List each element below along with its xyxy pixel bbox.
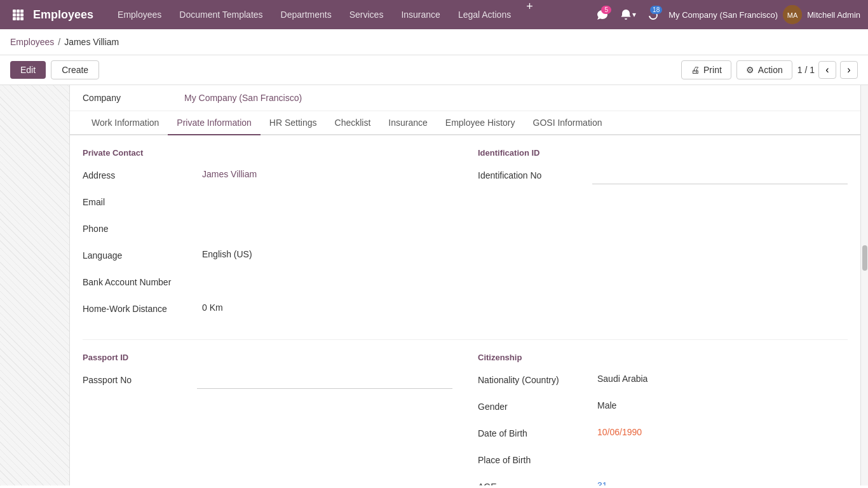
svg-rect-4 xyxy=(17,13,20,17)
svg-rect-6 xyxy=(13,17,16,20)
next-page-button[interactable]: › xyxy=(840,61,858,79)
chat-badge: 5 xyxy=(601,6,611,14)
email-label: Email xyxy=(83,193,197,207)
two-col-layout-2: Passport ID Passport No Citizenship Nati… xyxy=(83,353,848,485)
bell-icon-btn[interactable]: ▾ xyxy=(618,4,638,25)
pagination-text: 1 / 1 xyxy=(797,65,815,75)
gender-value[interactable]: Male xyxy=(592,398,848,416)
identification-no-label: Identification No xyxy=(478,166,592,180)
tab-work-information[interactable]: Work Information xyxy=(83,111,168,135)
field-passport-no: Passport No xyxy=(83,371,452,391)
edit-button[interactable]: Edit xyxy=(10,61,46,79)
breadcrumb-parent[interactable]: Employees xyxy=(10,37,54,47)
bank-account-value[interactable] xyxy=(197,273,452,291)
identification-no-value[interactable] xyxy=(592,166,848,184)
address-label: Address xyxy=(83,166,197,180)
print-label: Print xyxy=(703,65,722,75)
place-of-birth-value[interactable] xyxy=(592,451,848,469)
field-language: Language English (US) xyxy=(83,247,452,267)
bell-chevron: ▾ xyxy=(632,10,636,19)
nav-links: Employees Document Templates Departments… xyxy=(109,0,592,29)
user-name[interactable]: Mitchell Admin xyxy=(807,10,860,20)
print-button[interactable]: 🖨 Print xyxy=(681,60,731,79)
main-content: Company My Company (San Francisco) Work … xyxy=(0,85,868,485)
company-selector[interactable]: My Company (San Francisco) xyxy=(668,10,778,20)
field-home-work-distance: Home-Work Distance 0 Km xyxy=(83,300,452,320)
identification-title: Identification ID xyxy=(478,148,848,158)
field-phone: Phone xyxy=(83,220,452,240)
field-email: Email xyxy=(83,193,452,214)
private-contact-section: Private Contact Address James Villiam Em… xyxy=(83,148,452,327)
phone-value[interactable] xyxy=(197,220,452,238)
company-row: Company My Company (San Francisco) xyxy=(70,85,860,111)
home-work-value[interactable]: 0 Km xyxy=(197,300,452,318)
age-label: AGE xyxy=(478,478,592,485)
svg-rect-2 xyxy=(20,10,24,13)
nav-employees[interactable]: Employees xyxy=(109,0,170,29)
tab-hr-settings[interactable]: HR Settings xyxy=(261,111,326,135)
company-field-value[interactable]: My Company (San Francisco) xyxy=(184,93,302,103)
phone-label: Phone xyxy=(83,220,197,234)
tab-gosi-information[interactable]: GOSI Information xyxy=(524,111,611,135)
company-field-label: Company xyxy=(83,93,184,103)
field-age: AGE 31 xyxy=(478,478,848,485)
nationality-value[interactable]: Saudi Arabia xyxy=(592,371,848,389)
refresh-badge: 18 xyxy=(650,6,662,14)
nav-add-btn[interactable]: + xyxy=(520,0,539,29)
scrollbar-thumb[interactable] xyxy=(862,245,867,271)
nav-legal-actions[interactable]: Legal Actions xyxy=(449,0,520,29)
action-button[interactable]: ⚙ Action xyxy=(736,60,792,79)
identification-section: Identification ID Identification No xyxy=(478,148,848,327)
top-nav: Employees Employees Document Templates D… xyxy=(0,0,868,29)
dob-value[interactable]: 10/06/1990 xyxy=(592,424,848,442)
nav-departments[interactable]: Departments xyxy=(272,0,341,29)
nationality-label: Nationality (Country) xyxy=(478,371,592,385)
breadcrumb-current: James Villiam xyxy=(64,37,119,47)
create-button[interactable]: Create xyxy=(51,60,99,79)
language-value[interactable]: English (US) xyxy=(197,247,452,264)
user-avatar[interactable]: MA xyxy=(783,5,802,24)
form-content: Private Contact Address James Villiam Em… xyxy=(70,135,860,485)
nav-insurance[interactable]: Insurance xyxy=(392,0,449,29)
scrollbar[interactable] xyxy=(860,85,868,485)
field-address: Address James Villiam xyxy=(83,166,452,187)
print-icon: 🖨 xyxy=(691,65,700,75)
svg-rect-0 xyxy=(13,10,16,13)
tabs-bar: Work Information Private Information HR … xyxy=(70,111,860,135)
citizenship-section: Citizenship Nationality (Country) Saudi … xyxy=(478,353,848,485)
field-dob: Date of Birth 10/06/1990 xyxy=(478,424,848,445)
svg-rect-7 xyxy=(17,17,20,20)
refresh-icon-btn[interactable]: 18 xyxy=(643,4,663,25)
tab-private-information[interactable]: Private Information xyxy=(168,111,261,135)
app-grid-icon[interactable] xyxy=(8,4,28,25)
svg-rect-5 xyxy=(20,13,24,17)
private-contact-title: Private Contact xyxy=(83,148,452,158)
section-divider-1 xyxy=(83,339,848,340)
nav-services[interactable]: Services xyxy=(341,0,393,29)
svg-text:MA: MA xyxy=(787,11,798,19)
address-value[interactable]: James Villiam xyxy=(197,166,452,184)
two-col-layout: Private Contact Address James Villiam Em… xyxy=(83,148,848,327)
svg-rect-8 xyxy=(20,17,24,20)
age-value[interactable]: 31 xyxy=(592,478,848,485)
svg-rect-3 xyxy=(13,13,16,17)
place-of-birth-label: Place of Birth xyxy=(478,451,592,465)
chat-icon-btn[interactable]: 5 xyxy=(592,4,613,25)
gear-icon: ⚙ xyxy=(746,65,754,75)
tab-checklist[interactable]: Checklist xyxy=(326,111,380,135)
nav-document-templates[interactable]: Document Templates xyxy=(170,0,271,29)
home-work-label: Home-Work Distance xyxy=(83,300,197,314)
field-bank-account: Bank Account Number xyxy=(83,273,452,294)
tab-employee-history[interactable]: Employee History xyxy=(437,111,524,135)
prev-page-button[interactable]: ‹ xyxy=(818,61,836,79)
breadcrumb: Employees / James Villiam xyxy=(0,29,868,55)
passport-no-value[interactable] xyxy=(197,371,452,389)
tab-insurance[interactable]: Insurance xyxy=(379,111,436,135)
pagination: 1 / 1 ‹ › xyxy=(797,61,858,79)
action-label: Action xyxy=(758,65,783,75)
nav-right: 5 ▾ 18 My Company (San Francisco) MA Mit… xyxy=(592,4,860,25)
svg-rect-1 xyxy=(17,10,20,13)
email-value[interactable] xyxy=(197,193,452,211)
content-area: Company My Company (San Francisco) Work … xyxy=(70,85,860,485)
bank-account-label: Bank Account Number xyxy=(83,273,197,287)
